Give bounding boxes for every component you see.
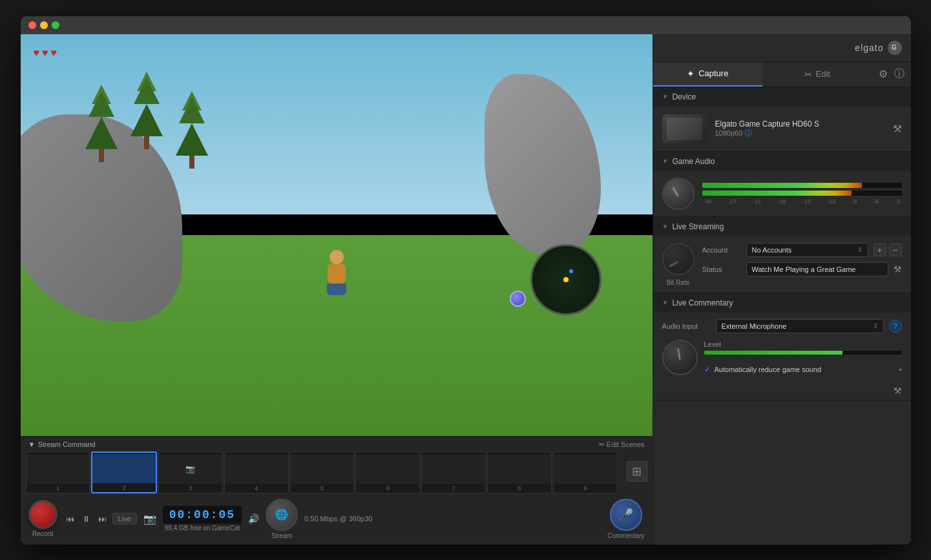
auto-reduce-info-icon: • bbox=[899, 366, 902, 373]
playback-bar: Record ⏮ ⏸ ⏭ Live 📷 00:00:05 99,4 GB fre… bbox=[21, 493, 653, 544]
info-icon[interactable]: ⓘ bbox=[894, 67, 905, 81]
audio-meter-row: -36 -27 -21 -18 -15 -12 -9 -6 -3 bbox=[653, 171, 911, 216]
record-button[interactable] bbox=[28, 500, 58, 529]
audio-input-row: Audio Input External Microphone ⇕ ? bbox=[662, 319, 902, 333]
audio-input-label: Audio Input bbox=[662, 322, 711, 330]
scene-slot-4[interactable]: 4 bbox=[224, 451, 289, 493]
commentary-controls: Level ✓ Automatically reduce game sound … bbox=[662, 340, 902, 375]
scene-preview-1 bbox=[26, 455, 90, 484]
tree-top2 bbox=[89, 91, 114, 117]
edit-tab[interactable]: ✂ Edit bbox=[762, 62, 872, 87]
record-group: Record bbox=[28, 500, 58, 537]
scene-preview-4 bbox=[225, 455, 288, 484]
checkmark-icon: ✓ bbox=[704, 365, 711, 374]
scene-slot-5[interactable]: 5 bbox=[290, 451, 355, 493]
scene-slot-6[interactable]: 6 bbox=[355, 451, 420, 493]
live-button[interactable]: Live bbox=[112, 513, 137, 524]
scene-preview-9 bbox=[554, 455, 617, 484]
add-scene-button[interactable]: ⊞ bbox=[627, 461, 647, 482]
storage-info: 99,4 GB free on GameCat bbox=[165, 524, 240, 532]
scene-preview-8 bbox=[488, 455, 551, 484]
capture-tab[interactable]: ✦ Capture bbox=[653, 62, 763, 87]
stream-command-header: ▼ Stream Command ✏ Edit Scenes bbox=[21, 437, 653, 451]
meter-fill-2 bbox=[702, 191, 852, 196]
scene-slot-9[interactable]: 9 bbox=[553, 451, 618, 493]
device-settings-button[interactable]: ⚒ bbox=[893, 123, 902, 135]
streaming-knob[interactable] bbox=[662, 243, 695, 275]
commentary-tools-button[interactable]: ⚒ bbox=[653, 382, 911, 400]
device-resolution: 1080p60 ⓘ bbox=[715, 129, 885, 138]
scene-slots: 1 2 📷 3 bbox=[21, 451, 623, 493]
chevron-down-icon: ▼ bbox=[28, 441, 36, 448]
scene-number-9: 9 bbox=[583, 485, 587, 492]
stream-button[interactable]: 🌐 bbox=[266, 499, 298, 531]
commentary-level-knob[interactable] bbox=[662, 340, 698, 375]
tree-topc bbox=[176, 123, 208, 156]
commentary-button[interactable]: 🎤 bbox=[610, 499, 642, 531]
scene-number-7: 7 bbox=[452, 485, 455, 492]
globe-icon: 🌐 bbox=[275, 508, 288, 521]
pause-button[interactable]: ⏸ bbox=[80, 512, 92, 526]
scene-slot-2[interactable]: 2 bbox=[91, 451, 157, 493]
scene-preview-7 bbox=[422, 455, 485, 484]
live-streaming-section-title: Live Streaming bbox=[672, 222, 724, 231]
live-commentary-section: ▼ Live Commentary Audio Input External M… bbox=[653, 293, 911, 400]
account-row: Account No Accounts ⇕ + − bbox=[702, 243, 902, 257]
meter-container: -36 -27 -21 -18 -15 -12 -9 -6 -3 bbox=[702, 183, 902, 205]
live-commentary-section-title: Live Commentary bbox=[672, 298, 733, 307]
tree-1 bbox=[85, 94, 118, 169]
meter-label-3: -21 bbox=[753, 198, 761, 205]
character-pants bbox=[327, 284, 346, 295]
commentary-label: Commentary bbox=[607, 532, 644, 539]
transport-controls: ⏮ ⏸ ⏭ Live bbox=[64, 512, 137, 526]
remove-account-button[interactable]: − bbox=[889, 244, 902, 256]
tree-trunkc bbox=[189, 156, 194, 169]
rewind-button[interactable]: ⏮ bbox=[64, 512, 76, 526]
edit-scenes-button[interactable]: ✏ Edit Scenes bbox=[599, 441, 645, 449]
meter-label-2: -27 bbox=[728, 198, 737, 205]
minimap bbox=[530, 244, 601, 315]
right-header: elgato G bbox=[653, 34, 911, 62]
commentary-group: 🎤 Commentary bbox=[607, 499, 644, 539]
video-preview: ♥ ♥ ♥ bbox=[21, 34, 653, 436]
minimap-dot-blue bbox=[569, 269, 573, 273]
scene-slot-7[interactable]: 7 bbox=[421, 451, 486, 493]
audio-input-select[interactable]: External Microphone ⇕ bbox=[716, 319, 884, 333]
heart-2: ♥ bbox=[42, 47, 48, 59]
scene-preview-2 bbox=[92, 454, 156, 483]
status-label: Status bbox=[702, 265, 741, 273]
knob-indicator bbox=[672, 187, 679, 196]
auto-reduce-text: Automatically reduce game sound bbox=[715, 366, 895, 373]
maximize-button[interactable] bbox=[52, 21, 59, 29]
scene-slot-3[interactable]: 📷 3 bbox=[158, 451, 223, 493]
meter-labels: -36 -27 -21 -18 -15 -12 -9 -6 -3 bbox=[702, 198, 902, 205]
commentary-chevron-icon: ▼ bbox=[662, 299, 669, 306]
status-settings-icon[interactable]: ⚒ bbox=[894, 264, 902, 275]
account-select[interactable]: No Accounts ⇕ bbox=[746, 243, 868, 257]
close-button[interactable] bbox=[28, 21, 36, 29]
stream-group: 🌐 Stream bbox=[266, 499, 298, 539]
game-audio-knob[interactable] bbox=[662, 178, 695, 210]
bitrate-info: 0,50 Mbps @ 360p30 bbox=[304, 515, 372, 523]
account-arrows-icon: ⇕ bbox=[857, 246, 863, 253]
stream-command-title: ▼ Stream Command bbox=[28, 441, 96, 448]
character-body bbox=[328, 264, 346, 284]
settings-gear-icon[interactable]: ⚙ bbox=[879, 68, 888, 80]
scene-slot-1[interactable]: 1 bbox=[26, 451, 90, 493]
minimize-button[interactable] bbox=[40, 21, 48, 29]
device-info-icon[interactable]: ⓘ bbox=[745, 129, 752, 138]
tree-trunk bbox=[99, 149, 104, 162]
heart-3: ♥ bbox=[51, 47, 58, 59]
device-info: Elgato Game Capture HD60 S 1080p60 ⓘ bbox=[715, 119, 885, 138]
screenshot-button[interactable]: 📷 bbox=[143, 513, 156, 525]
scene-slot-8[interactable]: 8 bbox=[487, 451, 552, 493]
add-account-button[interactable]: + bbox=[873, 244, 886, 256]
help-button[interactable]: ? bbox=[889, 320, 902, 333]
volume-button[interactable]: 🔊 bbox=[248, 513, 259, 524]
device-row: Elgato Game Capture HD60 S 1080p60 ⓘ ⚒ bbox=[653, 107, 911, 151]
game-audio-section-header: ▼ Game Audio bbox=[653, 152, 911, 171]
elgato-text: elgato bbox=[855, 43, 883, 53]
fast-forward-button[interactable]: ⏭ bbox=[96, 512, 109, 526]
level-label: Level bbox=[704, 340, 902, 348]
status-input[interactable]: Watch Me Playing a Great Game bbox=[746, 262, 888, 276]
